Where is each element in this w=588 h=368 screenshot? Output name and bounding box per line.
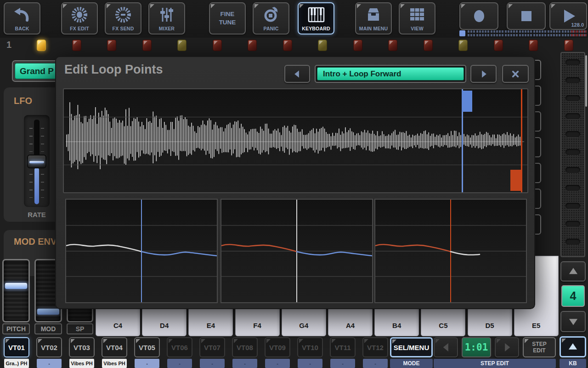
- loop-start-handle[interactable]: [462, 91, 472, 112]
- corner-fold-icon: [266, 339, 271, 343]
- fx-wheel-minus-icon: [113, 6, 133, 24]
- step-edit-button[interactable]: STEP EDIT: [523, 337, 556, 357]
- track-button-VT11[interactable]: VT11: [330, 337, 356, 357]
- toolbar-button-fx-send[interactable]: FX SEND: [105, 2, 141, 34]
- loop-mode-selector[interactable]: Intro + Loop Forward: [315, 65, 466, 83]
- track-button-VT12[interactable]: VT12: [362, 337, 388, 357]
- transport-record-button[interactable]: [459, 2, 498, 30]
- ribbon-slot: [565, 95, 580, 101]
- track-patch-strip-VT04: Vibes PH: [102, 359, 127, 368]
- piano-key-label: G4: [282, 322, 326, 329]
- track-button-VT02[interactable]: VT02: [36, 337, 62, 357]
- corner-fold-icon: [254, 4, 259, 8]
- lfo-rate-slider[interactable]: [24, 115, 50, 207]
- track-patch-strip-VT08: -: [232, 359, 257, 368]
- loop-end-zoom[interactable]: [374, 199, 527, 303]
- right-triangle-icon: [478, 68, 490, 80]
- transport-stop-button[interactable]: [507, 2, 546, 30]
- wheel-label-mod[interactable]: MOD: [34, 323, 62, 334]
- corner-fold-icon: [435, 339, 440, 343]
- position-next-button[interactable]: [495, 337, 519, 357]
- toolbar-button-view[interactable]: VIEW: [399, 2, 435, 34]
- toolbar-button-label: BACK: [5, 26, 40, 31]
- ribbon-slot: [565, 113, 580, 119]
- track-button-VT05[interactable]: VT05: [134, 337, 160, 357]
- octave-up-button[interactable]: [560, 261, 586, 282]
- down-triangle-icon: [566, 316, 580, 328]
- ribbon-slot: [565, 77, 580, 83]
- step-gem-11: [388, 40, 397, 51]
- wheel-label-pitch[interactable]: PITCH: [2, 323, 30, 334]
- piano-key-label: C4: [96, 322, 140, 329]
- kb-toggle-button[interactable]: [560, 336, 586, 357]
- loop-start-zoom[interactable]: [65, 199, 218, 303]
- step-gem-16: [564, 40, 573, 51]
- record-circle-icon: [469, 7, 489, 25]
- track-button-label: VT02: [41, 344, 57, 351]
- track-button-VT08[interactable]: VT08: [232, 337, 258, 357]
- step-gem-9: [318, 40, 327, 51]
- scroll-ribbon[interactable]: [560, 52, 585, 257]
- pattern-position-bar[interactable]: [468, 34, 587, 36]
- position-display[interactable]: 1:01: [462, 337, 491, 357]
- back-arrow-icon: [12, 6, 32, 24]
- right-triangle-icon: [501, 341, 514, 354]
- track-button-VT01[interactable]: VT01: [4, 337, 29, 357]
- step-gem-15: [529, 40, 538, 51]
- toolbar-button-back[interactable]: BACK: [4, 2, 40, 34]
- octave-down-button[interactable]: [560, 311, 586, 332]
- track-button-VT09[interactable]: VT09: [265, 337, 290, 357]
- corner-fold-icon: [551, 4, 555, 8]
- up-triangle-icon: [566, 341, 580, 353]
- step-gem-2: [72, 40, 81, 51]
- kb-strip: KB: [560, 359, 586, 368]
- octave-display[interactable]: 4: [561, 285, 585, 307]
- piano-key-label: F4: [236, 322, 279, 329]
- corner-fold-icon: [461, 4, 465, 8]
- tempo-value: 128.0: [571, 22, 584, 28]
- drawer-box-icon: [364, 6, 383, 24]
- track-patch-strip-VT01: Gra..) PH: [4, 359, 29, 368]
- corner-fold-icon: [300, 4, 304, 8]
- toolbar-button-panic[interactable]: PANIC: [253, 2, 289, 34]
- toolbar-button-main-menu[interactable]: MAIN MENU: [355, 2, 392, 34]
- toolbar-button-keyboard[interactable]: KEYBOARD: [298, 2, 334, 34]
- track-patch-strip-VT05: -: [135, 359, 159, 368]
- wheel-label-sp[interactable]: SP: [67, 323, 93, 334]
- wheel-position-indicator: [5, 283, 27, 289]
- corner-fold-icon: [71, 339, 75, 343]
- toolbar-button-label: FX EDIT: [62, 26, 97, 31]
- toolbar-button-label: FINE TUNE: [214, 3, 241, 34]
- up-triangle-icon: [566, 265, 580, 277]
- position-prev-button[interactable]: [434, 337, 458, 357]
- pattern-position-bar[interactable]: [468, 30, 587, 33]
- track-button-VT07[interactable]: VT07: [199, 337, 225, 357]
- track-button-label: VT11: [334, 344, 351, 351]
- track-button-label: VT04: [106, 344, 123, 351]
- corner-fold-icon: [136, 339, 140, 343]
- transport-play-button[interactable]: 128.0: [549, 2, 587, 30]
- grid-line: [64, 165, 527, 165]
- track-button-VT06[interactable]: VT06: [167, 337, 192, 357]
- loop-mode-prev-button[interactable]: [284, 65, 310, 83]
- pitch-wheel[interactable]: [2, 259, 30, 322]
- loop-end-marker[interactable]: [521, 89, 522, 192]
- grid-line: [64, 117, 527, 117]
- toolbar-button-mixer[interactable]: MIXER: [148, 2, 185, 34]
- track-button-VT10[interactable]: VT10: [297, 337, 323, 357]
- loop-end-handle[interactable]: [510, 170, 521, 191]
- ribbon-scrollbar[interactable]: [585, 55, 587, 107]
- crossfade-zoom[interactable]: [220, 199, 373, 303]
- track-button-VT04[interactable]: VT04: [102, 337, 127, 357]
- waveform-overview[interactable]: [63, 88, 528, 193]
- loop-mode-next-button[interactable]: [470, 65, 497, 83]
- toolbar-button-fine-tune[interactable]: FINE TUNE: [209, 2, 246, 34]
- sel-menu-button[interactable]: SEL/MENU: [390, 337, 433, 357]
- track-button-VT03[interactable]: VT03: [69, 337, 95, 357]
- close-x-icon: [510, 69, 521, 80]
- toolbar-button-label: VIEW: [400, 26, 435, 31]
- slider-handle[interactable]: [27, 155, 46, 168]
- slider-track-lower: [34, 167, 39, 204]
- dialog-close-button[interactable]: [502, 65, 529, 83]
- toolbar-button-fx-edit[interactable]: FX EDIT: [61, 2, 98, 34]
